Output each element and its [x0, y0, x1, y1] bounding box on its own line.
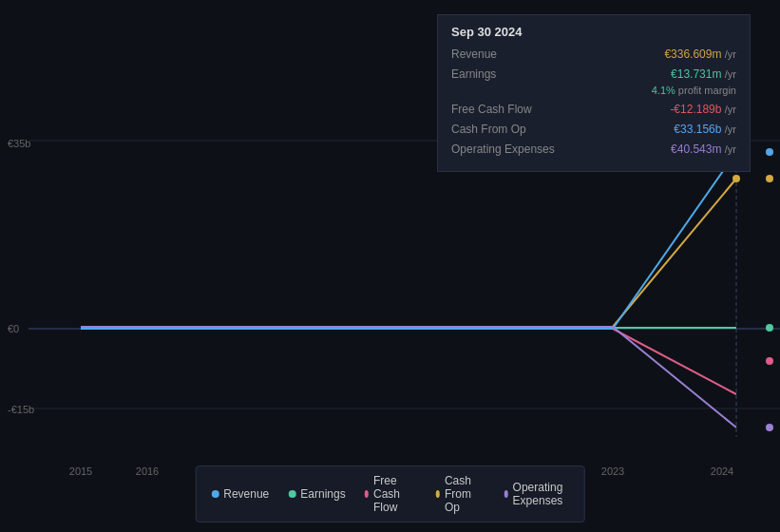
tooltip-label-revenue: Revenue [451, 47, 556, 63]
legend-item-opex: Operating Expenses [504, 481, 569, 507]
legend-label-fcf: Free Cash Flow [373, 474, 417, 514]
tooltip-row-fcf: Free Cash Flow -€12.189b /yr [451, 102, 736, 118]
y-label-neg15b: -€15b [8, 404, 34, 415]
svg-point-7 [766, 175, 773, 182]
svg-point-9 [766, 357, 773, 365]
y-label-35b: €35b [8, 138, 30, 149]
legend-label-opex: Operating Expenses [513, 481, 569, 507]
legend-label-revenue: Revenue [223, 487, 269, 501]
legend-label-earnings: Earnings [300, 487, 345, 501]
legend-dot-fcf [365, 490, 369, 498]
tooltip-date: Sep 30 2024 [451, 25, 736, 39]
legend-item-revenue: Revenue [211, 487, 269, 501]
legend-dot-earnings [288, 490, 295, 498]
tooltip-value-cfo: €33.156b /yr [674, 122, 736, 138]
tooltip-row-revenue: Revenue €336.609m /yr [451, 47, 736, 63]
x-label-2016: 2016 [136, 466, 159, 477]
legend-item-cfo: Cash From Op [436, 474, 485, 514]
legend-item-fcf: Free Cash Flow [365, 474, 417, 514]
tooltip-value-revenue: €336.609m /yr [664, 47, 736, 63]
svg-point-11 [766, 424, 773, 431]
tooltip-label-fcf: Free Cash Flow [451, 102, 556, 118]
tooltip-label-cfo: Cash From Op [451, 122, 556, 138]
legend-dot-opex [504, 490, 507, 498]
y-label-0: €0 [8, 323, 19, 334]
svg-point-10 [766, 148, 773, 156]
tooltip-row-earnings: Earnings €13.731m /yr 4.1% profit margin [451, 66, 736, 99]
x-label-2015: 2015 [69, 466, 92, 477]
chart-legend: Revenue Earnings Free Cash Flow Cash Fro… [195, 466, 585, 522]
tooltip-value-opex: €40.543m /yr [671, 142, 736, 158]
legend-item-earnings: Earnings [288, 487, 345, 501]
tooltip-label-opex: Operating Expenses [451, 142, 556, 158]
tooltip-label-earnings: Earnings [451, 66, 556, 83]
tooltip: Sep 30 2024 Revenue €336.609m /yr Earnin… [437, 14, 751, 172]
chart-container: Sep 30 2024 Revenue €336.609m /yr Earnin… [0, 0, 780, 532]
tooltip-value-fcf: -€12.189b /yr [670, 102, 736, 118]
legend-dot-revenue [211, 490, 219, 498]
tooltip-value-earnings: €13.731m /yr 4.1% profit margin [652, 66, 736, 99]
legend-dot-cfo [436, 490, 440, 498]
tooltip-row-opex: Operating Expenses €40.543m /yr [451, 142, 736, 158]
x-label-2023: 2023 [601, 466, 624, 477]
x-label-2024: 2024 [711, 466, 733, 477]
svg-point-8 [766, 324, 773, 332]
tooltip-row-cfo: Cash From Op €33.156b /yr [451, 122, 736, 138]
svg-point-6 [732, 175, 740, 182]
legend-label-cfo: Cash From Op [445, 474, 485, 514]
